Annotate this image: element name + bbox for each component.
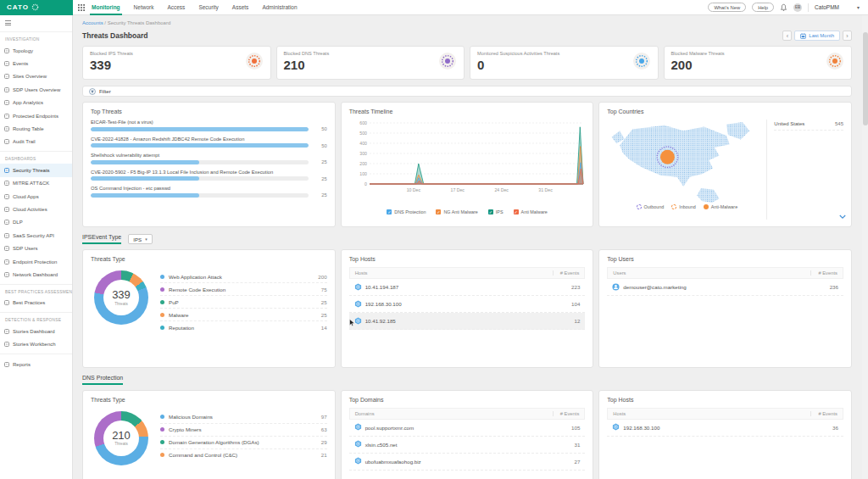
legend-checkbox-icon[interactable]: ✓ xyxy=(387,209,392,214)
donut-legend-pup[interactable]: PuP25 xyxy=(160,296,327,309)
donut-legend-domain-generation-algorithms-dgas[interactable]: Domain Generation Algorithms (DGAs)29 xyxy=(160,437,327,449)
timeline-legend-anti-malware[interactable]: ✓Anti Malware xyxy=(514,209,548,214)
date-prev-chevron-button[interactable]: ‹ xyxy=(782,31,792,41)
cato-security-dashboard: CATO MonitoringNetworkAccessSecurityAsse… xyxy=(0,0,868,479)
stat-card-text: Blocked IPS Threats339 xyxy=(90,51,133,75)
stat-card-blocked-malware-threats[interactable]: Blocked Malware Threats200 xyxy=(664,46,853,80)
app-launcher-grid-icon[interactable] xyxy=(78,4,85,11)
table-header-events: # Events xyxy=(810,411,837,416)
table-cell-primary: xlsin.c505.net xyxy=(365,442,398,448)
suspicious-activity-burst-icon xyxy=(632,52,651,74)
dns-top-hosts-title: Top Hosts xyxy=(607,397,843,403)
table-row-ubofuabmxuafaohog-biz[interactable]: ubofuabmxuafaohog.biz27 xyxy=(349,454,586,471)
date-next-chevron-button[interactable]: › xyxy=(843,31,852,41)
sidebar-item-mitre-att-ck[interactable]: MITRE ATT&CK xyxy=(0,177,72,190)
donut-legend-web-application-attack[interactable]: Web Application Attack200 xyxy=(160,270,327,283)
donut-legend-malicious-domains[interactable]: Malicious Domains97 xyxy=(160,411,327,424)
sidebar-item-stories-dashboard[interactable]: Stories Dashboard xyxy=(0,325,72,337)
table-row-demouser-cato-marketing[interactable]: demouser@cato.marketing236 xyxy=(607,279,843,296)
sidebar-item-label: DLP xyxy=(13,220,23,225)
sidebar-item-sites-overview[interactable]: Sites Overview xyxy=(0,70,72,83)
sidebar-item-network-dashboard[interactable]: Network Dashboard xyxy=(0,268,72,281)
sidebar-item-sdp-users-overview[interactable]: SDP Users Overview xyxy=(0,83,72,96)
sidebar-item-saas-security-api[interactable]: SaaS Security API xyxy=(0,229,72,242)
sidebar-item-app-analytics[interactable]: App Analytics xyxy=(0,97,72,109)
sidebar-item-protected-endpoints[interactable]: Protected Endpoints xyxy=(0,109,72,122)
ips-event-type-select[interactable]: IPS ▾ xyxy=(128,234,153,244)
help-button[interactable]: Help xyxy=(752,3,774,12)
table-row-xlsin-c505-net[interactable]: xlsin.c505.net31 xyxy=(349,437,586,454)
breadcrumb-accounts-link[interactable]: Accounts xyxy=(82,20,103,25)
sidebar-item-label: Routing Table xyxy=(13,126,44,131)
north-america-map xyxy=(607,120,766,203)
table-row-10-41-194-187[interactable]: 10.41.194.187223 xyxy=(349,279,586,296)
sidebar-item-topology[interactable]: Topology xyxy=(0,44,72,57)
donut-legend-malware[interactable]: Malware25 xyxy=(160,309,327,321)
account-menu[interactable]: CatoPMM xyxy=(815,4,839,10)
page-scrollbar-thumb[interactable] xyxy=(863,32,868,125)
donut-legend-crypto-miners[interactable]: Crypto Miners63 xyxy=(160,424,327,437)
sidebar-item-cloud-apps[interactable]: Cloud Apps xyxy=(0,190,72,203)
expand-chevron-down-icon[interactable] xyxy=(839,208,846,223)
top-threat-row[interactable]: EICAR-Test-File (not a virus)50 xyxy=(91,120,327,131)
cato-logo[interactable]: CATO xyxy=(0,0,73,15)
donut-legend-reputation[interactable]: Reputation14 xyxy=(160,321,327,333)
sidebar-item-security-threats[interactable]: Security Threats xyxy=(0,164,72,176)
timeline-legend-label: DNS Protection xyxy=(394,209,426,214)
nav-item-administration[interactable]: Administration xyxy=(262,0,297,15)
top-threat-label: OS Command Injection - etc passwd xyxy=(91,186,327,191)
stat-card-blocked-ips-threats[interactable]: Blocked IPS Threats339 xyxy=(82,46,271,80)
nav-item-security[interactable]: Security xyxy=(198,0,218,15)
timeline-legend-dns-protection[interactable]: ✓DNS Protection xyxy=(387,209,426,214)
stat-card-blocked-dns-threats[interactable]: Blocked DNS Threats210 xyxy=(276,46,465,80)
map-column: OutboundInboundAnti-Malware xyxy=(607,120,766,220)
nav-item-network[interactable]: Network xyxy=(134,0,154,15)
timeline-legend-ng-anti-malware[interactable]: ✓NG Anti Malware xyxy=(436,209,477,214)
table-row-192-168-30-100[interactable]: 192.168.30.100104 xyxy=(349,296,586,313)
top-threat-row[interactable]: OS Command Injection - etc passwd25 xyxy=(91,186,327,198)
top-threat-row[interactable]: CVE-2022-41828 - Amazon Redshift JDBC42 … xyxy=(91,136,327,148)
sidebar-collapse-hamburger-icon[interactable] xyxy=(0,15,14,29)
nav-item-monitoring[interactable]: Monitoring xyxy=(92,0,120,15)
date-range-button[interactable]: Last Month xyxy=(794,31,840,41)
sidebar-item-reports[interactable]: Reports xyxy=(0,358,72,370)
sidebar-item-endpoint-protection[interactable]: Endpoint Protection xyxy=(0,255,72,268)
top-threat-row[interactable]: Shellshock vulnerability attempt25 xyxy=(91,153,327,164)
legend-checkbox-icon[interactable]: ✓ xyxy=(436,209,441,214)
sidebar-item-events[interactable]: Events xyxy=(0,57,72,70)
country-row-united-states[interactable]: United States545 xyxy=(774,121,843,131)
legend-checkbox-icon[interactable]: ✓ xyxy=(488,209,493,214)
notifications-bell-icon[interactable] xyxy=(780,0,787,15)
sidebar-item-sdp-users[interactable]: SDP Users xyxy=(0,242,72,254)
timeline-legend-ips[interactable]: ✓IPS xyxy=(488,209,504,214)
nav-item-access[interactable]: Access xyxy=(167,0,185,15)
donut-legend-command-and-control-c-c[interactable]: Command and Control (C&C)21 xyxy=(160,449,327,461)
stat-card-monitored-suspicious-activities-threats[interactable]: Monitored Suspicious Activities Threats0 xyxy=(470,46,659,80)
routing-table-icon xyxy=(4,126,9,131)
donut-legend-label: Reputation xyxy=(169,325,194,331)
map-legend: OutboundInboundAnti-Malware xyxy=(637,204,738,209)
endpoint-protection-icon xyxy=(4,259,9,265)
nav-item-assets[interactable]: Assets xyxy=(232,0,249,15)
stat-card-text: Blocked Malware Threats200 xyxy=(671,51,725,75)
legend-checkbox-icon[interactable]: ✓ xyxy=(514,209,519,214)
table-row-192-168-30-100[interactable]: 192.168.30.10036 xyxy=(607,420,843,437)
page-scrollbar[interactable] xyxy=(862,15,868,479)
sidebar-item-cloud-activities[interactable]: Cloud Activities xyxy=(0,203,72,215)
sidebar-item-best-practices[interactable]: Best Practices xyxy=(0,297,72,309)
donut-legend-remote-code-execution[interactable]: Remote Code Execution75 xyxy=(160,283,327,296)
top-threat-row[interactable]: CVE-2020-5902 - F5 Big-IP 13.1.3 Local F… xyxy=(91,170,327,181)
sidebar-item-dlp[interactable]: DLP xyxy=(0,216,72,229)
sidebar-item-stories-workbench[interactable]: Stories Workbench xyxy=(0,337,72,350)
top-threat-label: CVE-2022-41828 - Amazon Redshift JDBC42 … xyxy=(91,136,327,142)
account-caret-down-icon[interactable]: ▾ xyxy=(857,4,860,10)
header-divider xyxy=(808,3,809,12)
user-avatar[interactable]: EB xyxy=(793,3,802,12)
sidebar-item-routing-table[interactable]: Routing Table xyxy=(0,122,72,135)
filter-bar[interactable]: Filter xyxy=(82,86,852,97)
sidebar-item-label: Topology xyxy=(13,48,33,53)
sidebar-item-audit-trail[interactable]: Audit Trail xyxy=(0,136,72,148)
table-row-pool-supportxmr-com[interactable]: pool.supportxmr.com105 xyxy=(349,420,586,437)
whats-new-button[interactable]: What's New xyxy=(708,3,746,12)
table-row-10-41-92-185[interactable]: 10.41.92.18512 xyxy=(349,313,586,330)
